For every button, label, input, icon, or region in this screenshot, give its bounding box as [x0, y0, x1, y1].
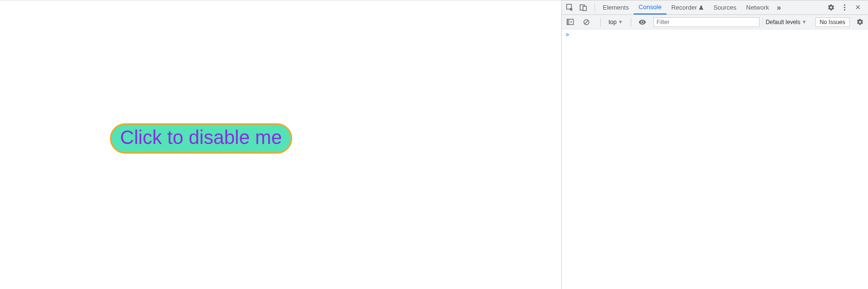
issues-label: No Issues — [820, 19, 845, 26]
tab-sources[interactable]: Sources — [708, 0, 741, 14]
context-label: top — [609, 19, 617, 26]
tab-label: Network — [746, 4, 769, 11]
caret-down-icon: ▼ — [802, 19, 807, 25]
tab-label: Elements — [603, 4, 629, 11]
toolbar-separator — [595, 3, 595, 12]
console-output[interactable]: > — [562, 29, 868, 289]
live-expression-icon[interactable] — [637, 17, 648, 27]
tab-label: Sources — [713, 4, 736, 11]
log-levels-selector[interactable]: Default levels ▼ — [762, 17, 810, 27]
svg-rect-4 — [567, 19, 569, 25]
context-selector[interactable]: top ▼ — [607, 18, 625, 26]
console-settings-gear-icon[interactable] — [854, 17, 865, 27]
tab-label: Console — [638, 3, 662, 11]
tab-console[interactable]: Console — [634, 0, 666, 14]
devtools-main-toolbar: Elements Console Recorder Sources Networ… — [562, 0, 868, 15]
disable-me-button[interactable]: Click to disable me — [110, 123, 292, 154]
tab-elements[interactable]: Elements — [598, 0, 634, 14]
device-toolbar-icon[interactable] — [578, 2, 589, 13]
svg-rect-2 — [583, 6, 586, 11]
gear-icon[interactable] — [826, 2, 836, 13]
console-subbar: top ▼ Default levels ▼ No Issues — [562, 15, 868, 29]
caret-down-icon: ▼ — [618, 19, 623, 25]
devtools-tabs: Elements Console Recorder Sources Networ… — [598, 0, 784, 14]
tab-network[interactable]: Network — [741, 0, 774, 14]
inspect-element-icon[interactable] — [565, 2, 575, 13]
close-icon[interactable]: × — [853, 2, 863, 13]
kebab-menu-icon[interactable] — [839, 2, 850, 13]
clear-console-icon[interactable] — [581, 17, 592, 27]
devtools-toolbar-right: × — [826, 2, 868, 13]
console-filter-input[interactable] — [653, 17, 760, 27]
devtools-panel: Elements Console Recorder Sources Networ… — [561, 0, 868, 289]
more-tabs-icon[interactable]: » — [774, 0, 784, 14]
svg-line-6 — [585, 20, 588, 24]
issues-button[interactable]: No Issues — [815, 17, 850, 27]
sidebar-toggle-icon[interactable] — [565, 17, 575, 27]
subbar-separator — [631, 18, 631, 26]
subbar-separator — [600, 18, 601, 26]
console-prompt-caret: > — [566, 31, 569, 38]
page-viewport: Click to disable me — [0, 0, 561, 289]
tab-recorder[interactable]: Recorder — [666, 0, 708, 14]
flask-icon — [699, 5, 704, 10]
tab-label: Recorder — [671, 4, 697, 11]
levels-label: Default levels — [766, 19, 800, 26]
